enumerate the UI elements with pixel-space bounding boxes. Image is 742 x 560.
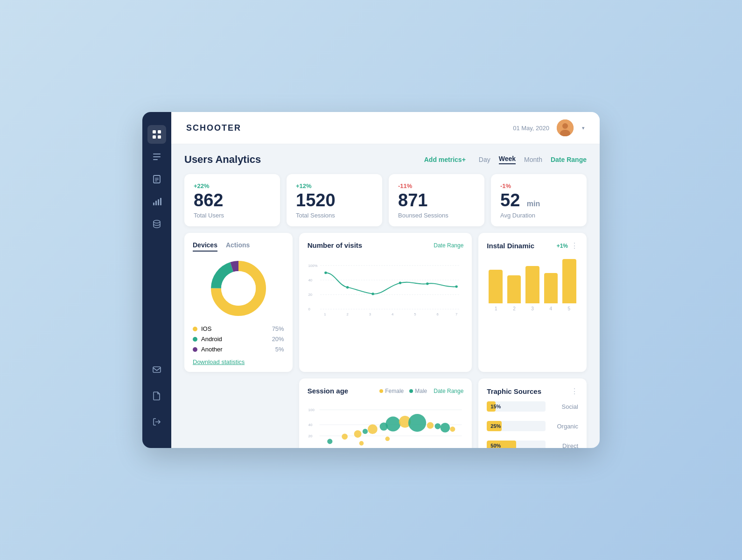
- svg-rect-12: [155, 201, 157, 205]
- traffic-title: Traphic Sources: [487, 387, 541, 395]
- svg-text:100: 100: [308, 408, 315, 412]
- filter-day[interactable]: Day: [479, 156, 490, 163]
- filter-date-range[interactable]: Date Range: [551, 156, 587, 163]
- svg-point-54: [327, 439, 332, 444]
- sidebar: [142, 112, 171, 448]
- stat-card-duration: -1% 52 min Avg Duration: [491, 174, 587, 226]
- sidebar-item-reports[interactable]: [147, 170, 166, 189]
- header-date: 01 May, 2020: [513, 125, 549, 132]
- svg-point-64: [434, 423, 441, 429]
- legend-male: Male: [409, 388, 427, 394]
- stat-unit-duration: min: [527, 200, 540, 208]
- main-content: SCHOOTER 01 May, 2020 ▾ Users Analytics: [171, 112, 600, 448]
- filter-month[interactable]: Month: [524, 156, 542, 163]
- traffic-bar-social-bg: 15%: [487, 401, 546, 412]
- devices-card: Devices Actions: [184, 233, 293, 372]
- svg-text:20: 20: [308, 293, 312, 297]
- sidebar-item-dashboard[interactable]: [147, 125, 166, 144]
- avatar[interactable]: [557, 119, 574, 136]
- install-title-row: Instal Dinamic +1% ⋮: [487, 241, 578, 250]
- legend-label-android: Android: [201, 336, 222, 343]
- stat-change-duration: -1%: [500, 182, 577, 189]
- svg-rect-13: [158, 199, 159, 205]
- svg-rect-0: [153, 130, 156, 133]
- svg-point-58: [368, 424, 378, 434]
- traffic-social-row: 15% Social: [487, 401, 578, 412]
- header: SCHOOTER 01 May, 2020 ▾: [171, 112, 600, 144]
- bar-label-1: 1: [495, 306, 497, 311]
- stats-row: +22% 862 Total Users +12% 1520 Total Ses…: [184, 174, 587, 226]
- svg-point-66: [450, 427, 455, 432]
- svg-text:7: 7: [455, 312, 457, 316]
- stat-change-users: +22%: [194, 182, 271, 189]
- bar-label-4: 4: [549, 306, 552, 311]
- bar-4: [544, 273, 558, 303]
- svg-rect-9: [155, 179, 159, 180]
- charts-row-2-actual: Session age Female Male Date Range 100: [184, 378, 587, 448]
- svg-point-60: [385, 417, 400, 432]
- bar-label-3: 3: [531, 306, 534, 311]
- visits-card: Number of visits Date Range 100% 40 20 0: [299, 233, 472, 372]
- app-logo: SCHOOTER: [186, 123, 241, 133]
- add-metrics-button[interactable]: Add metrics+: [424, 156, 466, 163]
- svg-text:100%: 100%: [308, 264, 317, 268]
- svg-text:0: 0: [308, 307, 310, 311]
- svg-point-34: [371, 293, 374, 295]
- legend-label-another: Another: [201, 346, 223, 353]
- sidebar-item-logout[interactable]: [147, 413, 166, 431]
- legend-pct-another: 5%: [275, 346, 284, 353]
- bar-1: [489, 270, 503, 303]
- visits-date-range[interactable]: Date Range: [434, 242, 463, 249]
- svg-point-63: [427, 422, 433, 428]
- svg-point-57: [363, 429, 368, 434]
- legend-pct-ios: 75%: [272, 325, 284, 332]
- svg-point-67: [359, 441, 364, 446]
- legend-dot-another: [193, 347, 197, 352]
- session-date-range[interactable]: Date Range: [434, 388, 463, 394]
- sidebar-item-tasks[interactable]: [147, 147, 166, 166]
- install-change: +1%: [557, 243, 568, 249]
- visits-line-chart: 100% 40 20 0: [308, 254, 464, 326]
- svg-rect-3: [158, 135, 161, 139]
- download-statistics-link[interactable]: Download statistics: [193, 358, 284, 365]
- sidebar-item-files[interactable]: [147, 386, 166, 405]
- stat-value-sessions: 1520: [296, 191, 373, 209]
- install-more-icon[interactable]: ⋮: [571, 241, 578, 250]
- traffic-bars: 15% Social 25% Organic 50%: [487, 401, 578, 448]
- filter-week[interactable]: Week: [499, 155, 516, 164]
- header-right: 01 May, 2020 ▾: [513, 119, 585, 136]
- sidebar-item-data[interactable]: [147, 215, 166, 233]
- page-content: Users Analytics Add metrics+ Day Week Mo…: [171, 144, 600, 448]
- tab-devices[interactable]: Devices: [193, 241, 217, 252]
- bar-2: [507, 275, 521, 303]
- legend-items: IOS 75% Android 20%: [193, 325, 284, 353]
- install-title: Instal Dinamic: [487, 242, 534, 250]
- svg-text:40: 40: [308, 278, 312, 282]
- avatar-chevron-icon[interactable]: ▾: [582, 125, 585, 131]
- traffic-more-icon[interactable]: ⋮: [571, 387, 578, 396]
- svg-point-55: [342, 434, 348, 440]
- stat-card-total-users: +22% 862 Total Users: [184, 174, 280, 226]
- svg-point-56: [354, 430, 361, 438]
- sidebar-item-mail[interactable]: [147, 360, 166, 379]
- sidebar-item-analytics[interactable]: [147, 192, 166, 211]
- visits-title-row: Number of visits Date Range: [308, 241, 464, 249]
- svg-point-65: [440, 423, 450, 433]
- bar-5: [562, 259, 576, 303]
- svg-rect-16: [153, 367, 161, 372]
- tab-actions[interactable]: Actions: [226, 241, 250, 252]
- page-header: Users Analytics Add metrics+ Day Week Mo…: [184, 154, 587, 166]
- stat-label-duration: Avg Duration: [500, 212, 577, 219]
- svg-point-37: [455, 285, 457, 287]
- svg-rect-14: [160, 198, 161, 205]
- svg-text:20: 20: [308, 434, 312, 438]
- legend-female: Female: [379, 388, 404, 394]
- svg-point-68: [385, 437, 390, 441]
- svg-point-23: [221, 271, 256, 306]
- stat-value-duration: 52 min: [500, 191, 577, 209]
- svg-rect-4: [153, 154, 161, 154]
- bar-label-2: 2: [513, 306, 516, 311]
- stat-label-users: Total Users: [194, 212, 271, 219]
- traffic-label-direct: Direct: [550, 442, 578, 448]
- svg-text:3: 3: [369, 312, 371, 316]
